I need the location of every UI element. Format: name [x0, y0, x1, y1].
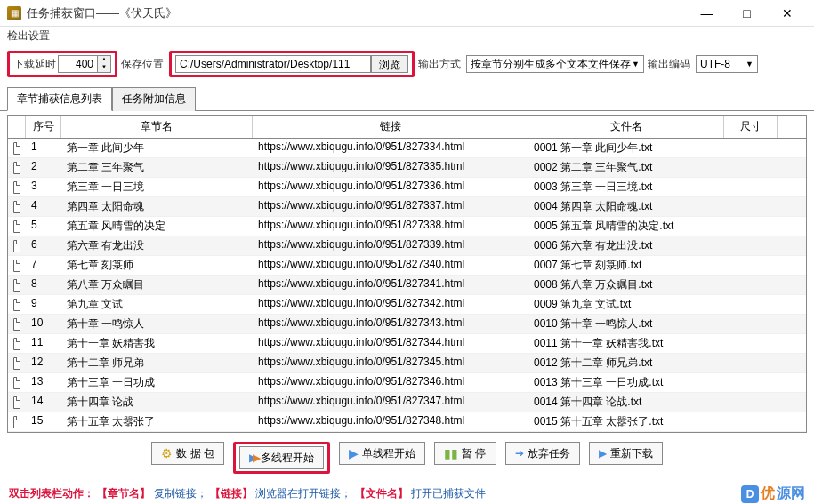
app-icon: [7, 6, 21, 20]
cell-seq: 6: [26, 236, 61, 255]
cell-chapter: 第十六章 年少轻狂: [61, 432, 253, 433]
abandon-button[interactable]: ➔ 放弃任务: [505, 442, 580, 465]
cell-file: 0008 第八章 万众瞩目.txt: [528, 276, 724, 294]
titlebar: 任务捕获窗口——《伏天氏》 — □ ✕: [0, 0, 814, 27]
file-icon: [13, 201, 20, 213]
maximize-button[interactable]: □: [727, 0, 767, 27]
cell-file: 0005 第五章 风晴雪的决定.txt: [528, 217, 724, 236]
menubar: 检出设置: [0, 27, 814, 45]
cell-chapter: 第六章 有龙出没: [61, 236, 253, 255]
cell-link: https://www.xbiqugu.info/0/951/827337.ht…: [253, 197, 528, 216]
redownload-button[interactable]: ▶ 重新下载: [589, 442, 663, 465]
chevron-down-icon: ▼: [632, 60, 640, 68]
cell-seq: 3: [26, 178, 61, 196]
cell-seq: 1: [26, 139, 61, 157]
table-row[interactable]: 14 第十四章 论战 https://www.xbiqugu.info/0/95…: [8, 393, 806, 412]
path-input[interactable]: [175, 55, 371, 73]
pause-button[interactable]: ▮▮ 暂 停: [434, 442, 496, 465]
output-mode-combo[interactable]: 按章节分别生成多个文本文件保存 ▼: [466, 55, 644, 73]
col-size[interactable]: 尺寸: [724, 116, 778, 138]
cell-file: 0013 第十三章 一日功成.txt: [528, 373, 724, 392]
table-row[interactable]: 5 第五章 风晴雪的决定 https://www.xbiqugu.info/0/…: [8, 217, 806, 236]
single-thread-start-button[interactable]: ▶ 单线程开始: [339, 442, 425, 465]
cell-file: 0007 第七章 刻箓师.txt: [528, 256, 724, 275]
table-row[interactable]: 3 第三章 一日三境 https://www.xbiqugu.info/0/95…: [8, 178, 806, 197]
file-icon: [13, 377, 20, 389]
cell-file: 0009 第九章 文试.txt: [528, 295, 724, 314]
cell-link: https://www.xbiqugu.info/0/951/827342.ht…: [253, 295, 528, 314]
pause-icon: ▮▮: [444, 446, 458, 460]
tab-chapter-list[interactable]: 章节捕获信息列表: [7, 87, 112, 111]
file-icon: [13, 142, 20, 155]
cell-seq: 13: [26, 373, 61, 392]
table-row[interactable]: 12 第十二章 师兄弟 https://www.xbiqugu.info/0/9…: [8, 354, 806, 373]
tab-extra-info[interactable]: 任务附加信息: [112, 87, 196, 111]
cell-seq: 9: [26, 295, 61, 314]
cell-seq: 11: [26, 334, 61, 353]
cell-size: [724, 197, 778, 216]
table-row[interactable]: 9 第九章 文试 https://www.xbiqugu.info/0/951/…: [8, 295, 806, 315]
cell-size: [724, 354, 778, 372]
spinner-up-icon[interactable]: ▲: [98, 56, 110, 64]
table-row[interactable]: 7 第七章 刻箓师 https://www.xbiqugu.info/0/951…: [8, 256, 806, 276]
minimize-button[interactable]: —: [687, 0, 727, 27]
cell-file: 0006 第六章 有龙出没.txt: [528, 236, 724, 255]
table-row[interactable]: 15 第十五章 太嚣张了 https://www.xbiqugu.info/0/…: [8, 412, 806, 432]
cell-chapter: 第十五章 太嚣张了: [61, 412, 253, 431]
cell-size: [724, 217, 778, 236]
cell-chapter: 第八章 万众瞩目: [61, 276, 253, 294]
table-row[interactable]: 11 第十一章 妖精害我 https://www.xbiqugu.info/0/…: [8, 334, 806, 354]
list-header: 序号 章节名 链接 文件名 尺寸: [8, 116, 806, 139]
menu-export-settings[interactable]: 检出设置: [7, 29, 50, 42]
arrow-right-icon: ➔: [515, 447, 524, 460]
footer-prefix: 双击列表栏动作：: [9, 487, 94, 500]
browse-button[interactable]: 浏览: [371, 55, 408, 73]
file-icon: [13, 338, 20, 350]
window-title: 任务捕获窗口——《伏天氏》: [27, 5, 687, 21]
table-row[interactable]: 8 第八章 万众瞩目 https://www.xbiqugu.info/0/95…: [8, 276, 806, 295]
multi-play-icon: ▶: [249, 452, 257, 464]
cell-seq: 2: [26, 158, 61, 177]
file-icon: [13, 260, 20, 272]
table-row[interactable]: 16 第十六章 年少轻狂 https://www.xbiqugu.info/0/…: [8, 432, 806, 433]
logo-text2: 源网: [777, 484, 805, 503]
encoding-combo[interactable]: UTF-8 ▼: [696, 55, 758, 73]
cell-chapter: 第九章 文试: [61, 295, 253, 314]
footer-open-browser: 浏览器在打开链接；: [255, 487, 351, 500]
cell-chapter: 第十章 一鸣惊人: [61, 315, 253, 333]
table-row[interactable]: 4 第四章 太阳命魂 https://www.xbiqugu.info/0/95…: [8, 197, 806, 217]
cell-size: [724, 236, 778, 255]
chapter-list[interactable]: 序号 章节名 链接 文件名 尺寸 1 第一章 此间少年 https://www.…: [7, 115, 807, 433]
spinner-down-icon[interactable]: ▼: [98, 64, 110, 72]
cell-file: 0010 第十章 一鸣惊人.txt: [528, 315, 724, 333]
logo-badge: D: [741, 485, 759, 503]
delay-spinner[interactable]: ▲ ▼: [58, 55, 111, 73]
table-row[interactable]: 10 第十章 一鸣惊人 https://www.xbiqugu.info/0/9…: [8, 315, 806, 334]
col-seq[interactable]: 序号: [26, 116, 61, 138]
file-icon: [13, 357, 20, 370]
cell-link: https://www.xbiqugu.info/0/951/827343.ht…: [253, 315, 528, 333]
gear-icon: ⚙: [161, 446, 173, 460]
cell-size: [724, 373, 778, 392]
col-chapter[interactable]: 章节名: [61, 116, 253, 138]
cell-seq: 14: [26, 393, 61, 412]
table-row[interactable]: 2 第二章 三年聚气 https://www.xbiqugu.info/0/95…: [8, 158, 806, 178]
table-row[interactable]: 6 第六章 有龙出没 https://www.xbiqugu.info/0/95…: [8, 236, 806, 256]
delay-input[interactable]: [58, 55, 98, 73]
cell-file: 0011 第十一章 妖精害我.txt: [528, 334, 724, 353]
close-button[interactable]: ✕: [767, 0, 807, 27]
table-row[interactable]: 13 第十三章 一日功成 https://www.xbiqugu.info/0/…: [8, 373, 806, 393]
multi-thread-start-button[interactable]: ▶ 多线程开始: [239, 446, 324, 469]
data-package-button[interactable]: ⚙ 数 据 包: [151, 442, 224, 465]
col-link[interactable]: 链接: [253, 116, 528, 138]
cell-seq: 8: [26, 276, 61, 294]
delay-label: 下载延时: [13, 57, 56, 72]
logo-text1: 优: [761, 484, 775, 503]
col-file[interactable]: 文件名: [528, 116, 724, 138]
cell-seq: 4: [26, 197, 61, 216]
cell-size: [724, 432, 778, 433]
table-row[interactable]: 1 第一章 此间少年 https://www.xbiqugu.info/0/95…: [8, 139, 806, 158]
file-icon: [13, 279, 20, 292]
file-icon: [13, 181, 20, 194]
file-icon: [13, 318, 20, 331]
